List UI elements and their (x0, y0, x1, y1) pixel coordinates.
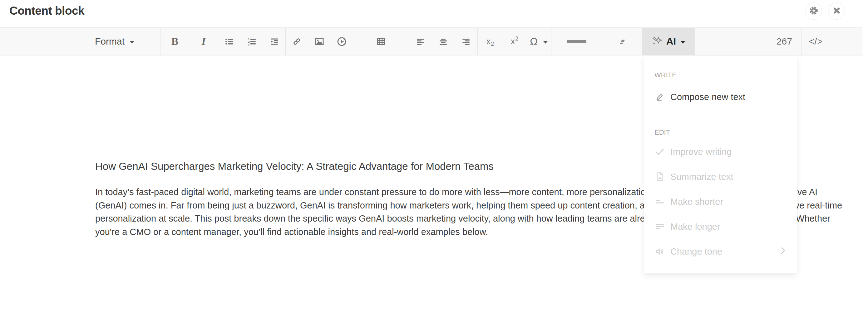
align-center-button[interactable] (432, 28, 455, 55)
toolbar-flex-spacer (695, 28, 764, 55)
link-icon (292, 37, 301, 46)
subscript-label: x (486, 37, 491, 46)
menu-item-make-longer[interactable]: Make longer (644, 215, 797, 239)
align-group (409, 28, 477, 55)
ai-button-label: AI (666, 36, 676, 47)
table-icon (376, 37, 385, 46)
document-icon (654, 171, 665, 182)
indent-icon (270, 37, 279, 46)
numbered-list-button[interactable]: 1 2 3 (241, 28, 263, 55)
align-left-button[interactable] (409, 28, 432, 55)
toolbar-left-spacer (0, 28, 85, 55)
toolbar-right-spacer (830, 28, 862, 55)
indent-button[interactable] (263, 28, 285, 55)
menu-item-label: Summarize text (670, 172, 733, 182)
align-right-button[interactable] (455, 28, 477, 55)
settings-button[interactable] (805, 2, 822, 20)
menu-section-write: WRITE (644, 70, 797, 81)
superscript-digit: 2 (515, 36, 518, 42)
superscript-button[interactable]: x2 (502, 28, 526, 55)
subscript-digit: 2 (491, 41, 494, 47)
align-left-icon (416, 37, 425, 46)
list-group: 1 2 3 (218, 28, 285, 55)
table-group (353, 28, 409, 55)
close-icon (832, 6, 841, 16)
script-group: x2 x2 Ω (478, 28, 551, 55)
media-icon (337, 37, 347, 46)
chevron-down-icon (130, 41, 134, 44)
menu-item-compose-new-text[interactable]: Compose new text (644, 85, 797, 109)
menu-section-edit: EDIT (644, 127, 797, 138)
superscript-label: x (511, 37, 515, 46)
format-dropdown[interactable]: Format (85, 28, 160, 55)
omega-icon: Ω (530, 36, 538, 48)
menu-item-improve-writing[interactable]: Improve writing (644, 140, 797, 164)
ai-dropdown-menu: WRITE Compose new text EDIT Improve writ… (644, 56, 797, 273)
bold-button[interactable]: B (160, 28, 189, 55)
menu-item-label: Improve writing (670, 147, 732, 157)
italic-button[interactable]: I (189, 28, 218, 55)
numbered-list-icon: 1 2 3 (247, 37, 256, 46)
image-icon (315, 37, 324, 46)
speaker-icon (654, 246, 665, 257)
dialog-header: Content block (0, 0, 868, 28)
lengthen-lines-icon (654, 221, 665, 232)
close-button[interactable] (828, 2, 845, 20)
check-icon (654, 146, 665, 157)
menu-item-label: Make shorter (670, 197, 723, 207)
gear-icon (809, 6, 819, 17)
chevron-right-icon (778, 246, 787, 257)
svg-text:3: 3 (248, 43, 249, 46)
menu-item-label: Change tone (670, 247, 722, 257)
insert-group (286, 28, 353, 55)
source-code-button[interactable]: </> (802, 28, 830, 55)
subscript-button[interactable]: x2 (478, 28, 502, 55)
menu-item-summarize-text[interactable]: Summarize text (644, 165, 797, 188)
chevron-down-icon (543, 41, 548, 44)
remove-format-icon (617, 37, 627, 46)
italic-button-label: I (202, 36, 206, 47)
source-code-icon: </> (809, 36, 823, 47)
menu-item-change-tone[interactable]: Change tone (644, 240, 797, 263)
format-dropdown-label: Format (95, 36, 125, 47)
chevron-down-icon (680, 41, 685, 44)
sparkles-icon (651, 35, 662, 48)
special-characters-dropdown[interactable]: Ω (527, 28, 551, 55)
hr-group (551, 28, 602, 55)
media-button[interactable] (330, 28, 353, 55)
menu-item-label: Compose new text (670, 92, 745, 102)
editor-toolbar: Format B I 1 2 3 (0, 28, 862, 56)
align-right-icon (462, 37, 470, 46)
bulleted-list-button[interactable] (218, 28, 241, 55)
link-button[interactable] (286, 28, 308, 55)
page-title: Content block (9, 4, 84, 17)
pencil-icon (654, 92, 665, 102)
ai-dropdown-button[interactable]: AI (642, 28, 695, 55)
table-button[interactable] (353, 28, 409, 55)
bold-button-label: B (172, 36, 179, 47)
align-center-icon (439, 37, 448, 46)
remove-format-button[interactable] (602, 28, 642, 55)
text-style-group: B I (160, 28, 218, 55)
horizontal-line-button[interactable] (551, 28, 602, 55)
menu-item-make-shorter[interactable]: Make shorter (644, 190, 797, 213)
shorten-lines-icon (654, 197, 665, 207)
remove-format-group (602, 28, 642, 55)
image-button[interactable] (308, 28, 331, 55)
bulleted-list-icon (225, 37, 234, 46)
word-count: 267 (764, 28, 801, 55)
horizontal-line-icon (567, 40, 586, 43)
menu-item-label: Make longer (670, 222, 720, 232)
